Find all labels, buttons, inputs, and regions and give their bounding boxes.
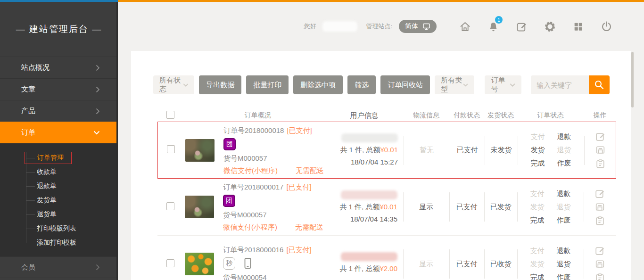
- product-image: [185, 253, 214, 275]
- order-amount: ¥0.01: [380, 146, 398, 154]
- apps-grid-icon[interactable]: [570, 18, 586, 35]
- col-header-logistics: 物流信息: [403, 111, 449, 120]
- row-checkbox[interactable]: [167, 145, 175, 153]
- items-summary: 共 1 件, 总额: [340, 146, 380, 154]
- logistics-cell[interactable]: 显示: [403, 203, 449, 212]
- type-filter-dropdown[interactable]: 所有类型: [435, 75, 474, 94]
- search-button[interactable]: [589, 75, 610, 94]
- table-row: 订单号2018000018[已支付] 团 货号M000057 微信支付(小程序)…: [157, 122, 616, 179]
- action-void[interactable]: 作废: [557, 216, 571, 225]
- chevron-down-icon: [93, 131, 100, 135]
- action-return[interactable]: 退货: [557, 146, 571, 155]
- order-time: 18/07/04 14:35: [350, 214, 397, 224]
- action-return[interactable]: 退货: [557, 260, 571, 269]
- scrollbar-thumb[interactable]: [631, 52, 634, 107]
- action-void[interactable]: 作废: [557, 159, 571, 168]
- edit-order-icon[interactable]: [594, 244, 606, 256]
- copy-order-note-icon[interactable]: [594, 214, 606, 227]
- sidebar-item-products[interactable]: 产品: [0, 100, 118, 122]
- print-order-icon[interactable]: [594, 144, 607, 156]
- search-input[interactable]: [531, 75, 589, 94]
- keyword-field-dropdown[interactable]: 订单号: [485, 75, 521, 94]
- action-void[interactable]: 作废: [557, 273, 571, 280]
- sku-number: 货号M000057: [223, 153, 324, 164]
- redacted-customer-name: [341, 252, 397, 261]
- logistics-cell[interactable]: 显示: [403, 260, 449, 269]
- product-image: [185, 139, 215, 162]
- select-all-checkbox[interactable]: [166, 111, 174, 119]
- order-number: 订单号2018000016: [223, 246, 283, 254]
- edit-icon[interactable]: [513, 18, 530, 35]
- order-recycle-bin-button[interactable]: 订单回收站: [380, 75, 430, 94]
- action-ship[interactable]: 发货: [530, 260, 545, 269]
- action-refund[interactable]: 退款: [557, 247, 571, 255]
- edit-order-icon[interactable]: [594, 187, 606, 199]
- type-filter-value: 所有类型: [441, 76, 463, 94]
- action-pay[interactable]: 支付: [530, 189, 545, 198]
- action-complete[interactable]: 完成: [530, 216, 545, 225]
- logout-power-icon[interactable]: [598, 18, 615, 35]
- chevron-down-icon: [183, 83, 189, 87]
- notifications-bell-icon[interactable]: 1: [485, 18, 502, 35]
- col-header-operations: 操作: [584, 111, 616, 120]
- export-data-button[interactable]: 导出数据: [199, 75, 241, 94]
- order-list-panel: 所有状态 导出数据 批量打印 删除选中项 筛选 订单回收站 所有类型 订单号: [131, 51, 631, 280]
- home-icon[interactable]: [456, 18, 473, 35]
- sidebar-item-members[interactable]: 会员: [0, 256, 118, 278]
- sidebar-item-label: 文章: [21, 85, 35, 94]
- row-checkbox[interactable]: [166, 259, 174, 267]
- sku-number: 货号M000054: [223, 272, 312, 280]
- submenu-item-label: 退货单: [37, 210, 57, 219]
- print-order-icon[interactable]: [594, 201, 606, 213]
- submenu-item-refund-orders[interactable]: 退款单: [0, 179, 118, 193]
- delete-selected-button[interactable]: 删除选中项: [293, 75, 343, 94]
- edit-order-icon[interactable]: [594, 131, 607, 143]
- logistics-cell[interactable]: 暂无: [404, 146, 450, 155]
- action-pay[interactable]: 支付: [531, 132, 545, 141]
- action-pay[interactable]: 支付: [530, 247, 545, 255]
- settings-gear-icon[interactable]: [541, 18, 558, 35]
- chevron-down-icon: [463, 83, 468, 87]
- submenu-item-receipts[interactable]: 收款单: [0, 165, 118, 179]
- submenu-item-return-orders[interactable]: 退货单: [0, 207, 118, 222]
- action-complete[interactable]: 完成: [530, 273, 545, 280]
- payment-status-cell: 已支付: [450, 146, 485, 155]
- sidebar-item-articles[interactable]: 文章: [0, 78, 118, 100]
- sidebar-item-orders[interactable]: 订单: [0, 122, 118, 143]
- action-refund[interactable]: 退款: [557, 189, 571, 198]
- batch-print-button[interactable]: 批量打印: [246, 75, 289, 94]
- row-checkbox[interactable]: [166, 202, 174, 210]
- action-return[interactable]: 退货: [557, 203, 571, 212]
- table-header-row: 订单概况 用户信息 物流信息 付款状态 发货状态 订单状态 操作: [157, 109, 616, 122]
- paid-tag: [已支付]: [286, 246, 311, 254]
- submenu-item-label: 收款单: [37, 168, 57, 176]
- sku-number: 货号M000057: [223, 209, 323, 220]
- submenu-item-shipment-orders[interactable]: 发货单: [0, 193, 118, 207]
- greeting-text: 您好: [304, 22, 316, 31]
- items-summary: 共 1 件, 总额: [339, 203, 380, 211]
- order-status-actions: 支付 退款 发货 退货 完成 作废: [517, 247, 584, 280]
- action-refund[interactable]: 退款: [557, 132, 571, 141]
- submenu-item-label: 发货单: [37, 196, 57, 205]
- submenu-item-add-print-template[interactable]: 添加打印模板: [0, 236, 118, 250]
- redacted-customer-name: [341, 133, 398, 142]
- action-complete[interactable]: 完成: [531, 159, 545, 168]
- status-filter-value: 所有状态: [159, 76, 183, 94]
- print-order-icon[interactable]: [594, 258, 606, 270]
- submenu-item-order-management[interactable]: 订单管理: [0, 151, 118, 165]
- action-ship[interactable]: 发货: [531, 146, 545, 155]
- sidebar-item-site-overview[interactable]: 站点概况: [0, 57, 118, 78]
- product-image: [185, 196, 214, 218]
- action-ship[interactable]: 发货: [530, 203, 545, 212]
- order-amount: ¥0.01: [380, 203, 397, 211]
- filter-button[interactable]: 筛选: [347, 75, 376, 94]
- language-preview-button[interactable]: 简体: [399, 20, 437, 33]
- order-status-actions: 支付 退款 发货 退货 完成 作废: [518, 132, 584, 168]
- submenu-item-print-template-list[interactable]: 打印模版列表: [0, 222, 118, 236]
- pay-method: 微信支付(小程序): [223, 166, 278, 174]
- sidebar: — 建站管理后台 — 站点概况 文章 产品 订单 订单管理 收款单 退款单: [0, 2, 118, 280]
- copy-order-note-icon[interactable]: [594, 272, 606, 280]
- status-filter-dropdown[interactable]: 所有状态: [153, 75, 194, 94]
- paid-tag: [已支付]: [286, 183, 311, 191]
- copy-order-note-icon[interactable]: [594, 158, 607, 170]
